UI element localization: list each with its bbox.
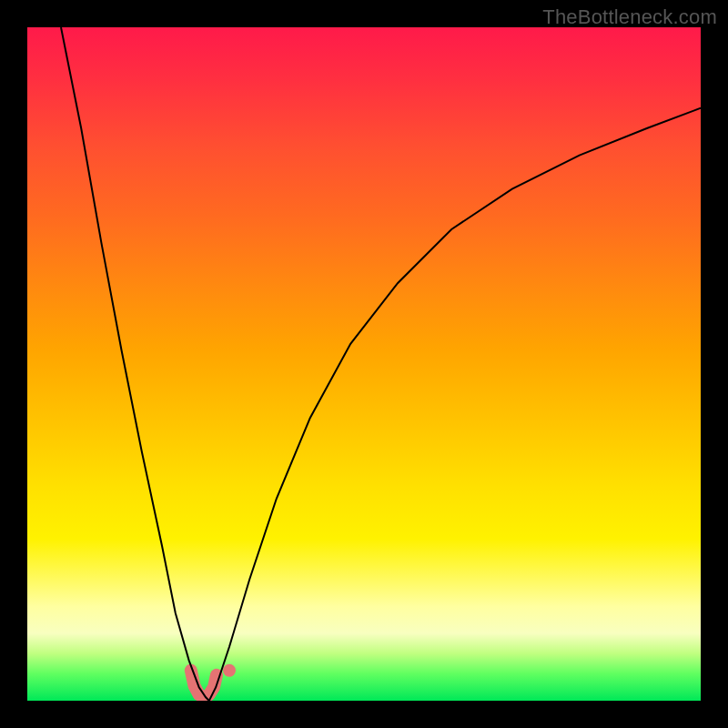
curves-svg — [27, 27, 701, 701]
plot-area — [27, 27, 701, 701]
right-curve — [209, 108, 701, 701]
chart-frame: TheBottleneck.com — [0, 0, 728, 728]
watermark-text: TheBottleneck.com — [542, 5, 717, 29]
left-curve — [61, 27, 209, 701]
highlight-dot — [223, 664, 236, 677]
